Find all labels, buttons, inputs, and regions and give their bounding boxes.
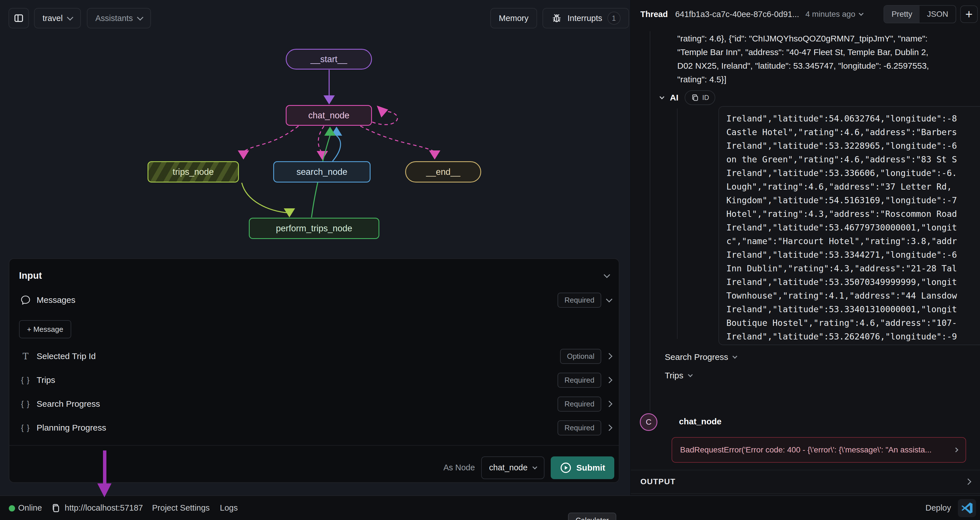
code-line: c","name":"Harcourt Hotel","rating":3.8,…	[726, 234, 980, 248]
input-panel: Input Messages Required + Message T Sele…	[9, 258, 619, 483]
view-mode-toggle: Pretty JSON	[883, 5, 956, 23]
graph-node-chat[interactable]: chat_node	[286, 105, 372, 126]
deploy-link[interactable]: Deploy	[926, 496, 951, 520]
as-node-value: chat_node	[489, 463, 527, 472]
chevron-down-icon	[660, 94, 665, 99]
calculator-tooltip: Calculator	[568, 513, 616, 520]
copy-icon	[51, 503, 61, 514]
view-json-tab[interactable]: JSON	[920, 6, 956, 23]
field-row-planning-progress[interactable]: { } Planning Progress Required	[10, 417, 619, 438]
code-line: Ireland","latitude":53.46779730000001,"l…	[726, 221, 980, 234]
tool-result-line: "Temple Bar Inn", "address": "40-47 Flee…	[677, 45, 980, 59]
node-label: trips_node	[173, 167, 214, 177]
chevron-down-icon	[533, 464, 538, 469]
chevron-down-icon	[606, 296, 612, 303]
output-section-header[interactable]: OUTPUT	[640, 475, 970, 489]
tool-result-line: D02 NX25, Ireland", "latitude": 53.34574…	[677, 59, 980, 73]
divider	[631, 470, 980, 471]
code-line: Boutique Hostel","rating":4.6,"address":…	[726, 316, 980, 330]
error-message-box[interactable]: BadRequestError('Error code: 400 - {\'er…	[671, 437, 966, 463]
section-label: Trips	[665, 371, 684, 380]
copy-icon	[691, 93, 699, 102]
field-label: Trips	[37, 375, 558, 385]
required-badge: Required	[558, 397, 601, 412]
chevron-down-icon	[859, 11, 863, 16]
thread-id: 641fb1a3-ca7c-40ee-87c6-0d91...	[675, 10, 799, 19]
chat-node-message-title: chat_node	[679, 417, 722, 426]
view-pretty-tab[interactable]: Pretty	[884, 6, 920, 23]
divider	[10, 445, 619, 446]
optional-badge: Optional	[560, 349, 601, 364]
server-url[interactable]: http://localhost:57187	[65, 496, 143, 520]
graph-node-end[interactable]: __end__	[405, 161, 481, 182]
logs-link[interactable]: Logs	[220, 496, 238, 520]
output-label: OUTPUT	[640, 477, 676, 486]
copy-id-button[interactable]: ID	[685, 90, 715, 105]
project-settings-link[interactable]: Project Settings	[152, 496, 210, 520]
graph-node-trips[interactable]: trips_node	[148, 161, 239, 182]
chevron-right-icon	[965, 479, 972, 485]
field-row-messages[interactable]: Messages Required	[10, 290, 619, 311]
tool-result-text: "rating": 4.6}, {"id": "ChIJMQYhsoQOZ0gR…	[677, 32, 980, 86]
thread-timeline-line	[650, 31, 650, 412]
required-badge: Required	[558, 420, 601, 435]
ai-message-header[interactable]: AI ID	[660, 90, 715, 105]
section-label: Search Progress	[665, 352, 728, 362]
as-node-select[interactable]: chat_node	[481, 456, 544, 479]
node-label: __start__	[310, 54, 347, 64]
add-message-button[interactable]: + Message	[19, 320, 71, 338]
graph-node-perform-trips[interactable]: perform_trips_node	[249, 218, 379, 239]
vscode-button[interactable]	[958, 499, 976, 517]
field-row-selected-trip-id[interactable]: T Selected Trip Id Optional	[10, 346, 619, 367]
chevron-down-icon	[688, 372, 693, 377]
new-thread-button[interactable]: +	[960, 5, 978, 23]
thread-header: Thread 641fb1a3-ca7c-40ee-87c6-0d91... 4…	[631, 0, 980, 29]
copy-url-button[interactable]	[51, 496, 61, 520]
field-label: Search Progress	[37, 399, 558, 409]
node-label: perform_trips_node	[276, 223, 352, 234]
chevron-down-icon	[733, 354, 737, 359]
chevron-right-icon	[606, 401, 612, 407]
thread-timestamp: 4 minutes ago	[805, 10, 856, 19]
field-label: Messages	[37, 295, 558, 305]
code-line: Lough","rating":4.6,"address":"37 Letter…	[726, 180, 980, 194]
section-trips[interactable]: Trips	[665, 368, 692, 383]
code-line: Inn Dublin","rating":4.3,"address":"21-2…	[726, 262, 980, 275]
chevron-down-icon	[604, 272, 610, 278]
error-message-text: BadRequestError('Error code: 400 - {\'er…	[680, 445, 948, 455]
thread-panel: Thread 641fb1a3-ca7c-40ee-87c6-0d91... 4…	[630, 0, 980, 495]
code-line: Ireland","latitude":53.35070349999999,"l…	[726, 275, 980, 289]
node-label: chat_node	[309, 110, 350, 121]
chevron-right-icon	[954, 448, 958, 453]
graph-node-start[interactable]: __start__	[286, 49, 372, 70]
code-line: Ireland","latitude":54.0632764,"longitud…	[726, 112, 980, 126]
chat-node-avatar: C	[640, 413, 657, 431]
code-line: Ireland","latitude":53.3344271,"longitud…	[726, 248, 980, 262]
code-line: Castle Hotel","rating":4.6,"address":"Ba…	[726, 126, 980, 139]
ai-message-code-block: Ireland","latitude":54.0632764,"longitud…	[718, 106, 980, 345]
node-label: __end__	[426, 167, 460, 177]
id-button-label: ID	[702, 94, 709, 102]
code-line: Kingdom","latitude":54.5163169,"longitud…	[726, 194, 980, 207]
text-type-icon: T	[19, 351, 32, 361]
vscode-icon	[960, 501, 974, 515]
thread-timestamp-dropdown[interactable]: 4 minutes ago	[805, 10, 863, 19]
input-footer: As Node chat_node Submit	[10, 453, 619, 482]
field-row-search-progress[interactable]: { } Search Progress Required	[10, 393, 619, 415]
field-label: Selected Trip Id	[37, 351, 560, 361]
chevron-right-icon	[606, 353, 612, 360]
ai-timeline-line	[677, 108, 678, 339]
input-panel-title: Input	[19, 270, 42, 281]
code-line: Hotel","rating":4.3,"address":"Roscommon…	[726, 207, 980, 221]
chevron-right-icon	[606, 377, 612, 383]
required-badge: Required	[558, 373, 601, 388]
required-badge: Required	[558, 293, 601, 308]
input-panel-header[interactable]: Input	[19, 266, 609, 286]
field-row-trips[interactable]: { } Trips Required	[10, 370, 619, 391]
section-search-progress[interactable]: Search Progress	[665, 350, 737, 364]
graph-node-search[interactable]: search_node	[273, 161, 371, 182]
submit-button[interactable]: Submit	[551, 456, 614, 479]
code-line: Ireland","latitude":53.336606,"longitude…	[726, 166, 980, 180]
code-line: Townhouse","rating":4.1,"address":"44 La…	[726, 289, 980, 303]
graph-panel: travel Assistants Memory Interrupts 1	[0, 0, 630, 495]
